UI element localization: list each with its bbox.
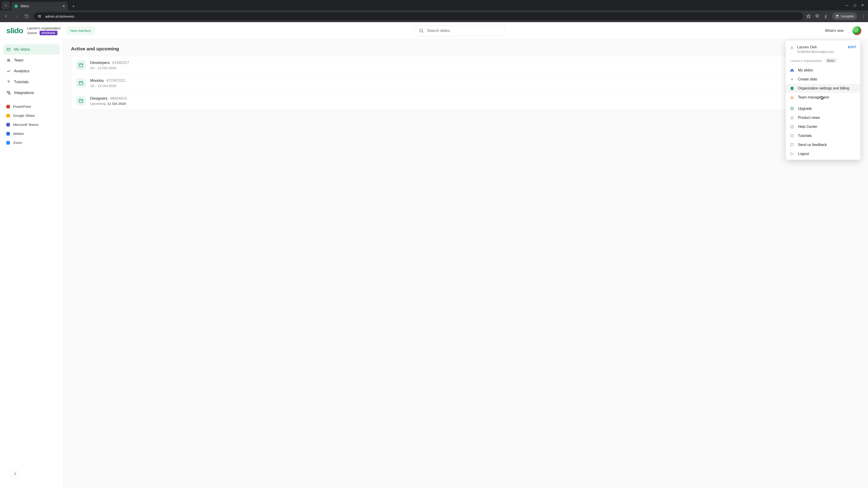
- event-row[interactable]: Developers #148032710 – 13 Oct 2024: [71, 56, 860, 74]
- user-menu-logout[interactable]: Logout: [786, 149, 860, 158]
- menu-org-name: Lauren's organization: [790, 59, 822, 63]
- main-content: Active and upcoming Developers #14803271…: [63, 39, 868, 488]
- svg-point-34: [792, 96, 794, 98]
- sidebar-integration-webex[interactable]: Webex: [3, 129, 60, 138]
- svg-point-25: [791, 46, 793, 48]
- avatar-button[interactable]: [852, 26, 862, 35]
- incognito-indicator[interactable]: Incognito: [832, 12, 857, 20]
- sidebar-item-my-slidos[interactable]: My slidos: [3, 44, 60, 55]
- user-menu-my-slidos[interactable]: My slidos: [786, 66, 860, 75]
- browser-menu-button[interactable]: ⋮: [861, 13, 866, 19]
- whats-new-link[interactable]: What's new: [825, 29, 844, 33]
- event-row[interactable]: Moodoy #3786702110 – 13 Oct 2024: [71, 74, 860, 92]
- menu-item-icon: [790, 116, 794, 120]
- window-controls: — ▢ ✕: [841, 0, 868, 10]
- svg-rect-29: [791, 88, 792, 88]
- svg-point-9: [8, 59, 9, 60]
- user-menu-help-center[interactable]: Help Center: [786, 122, 860, 131]
- integration-icon: [6, 114, 10, 118]
- menu-item-icon: [790, 134, 794, 138]
- new-interface-pill[interactable]: New interface: [67, 27, 94, 34]
- window-close-button[interactable]: ✕: [861, 3, 864, 7]
- event-row[interactable]: Designers #8664816Upcoming: 11 Oct 2024: [71, 92, 860, 109]
- bookmark-button[interactable]: [806, 14, 811, 19]
- browser-toolbar: admin.sli.do/events Incognito ⋮: [0, 10, 868, 22]
- edit-profile-link[interactable]: EDIT: [848, 45, 856, 49]
- search-icon: [419, 28, 424, 33]
- svg-line-6: [422, 32, 423, 33]
- svg-rect-32: [793, 88, 793, 89]
- event-code: #8664816: [110, 96, 127, 101]
- integration-label: Google Slides: [13, 113, 35, 118]
- menu-item-icon: [790, 86, 794, 90]
- back-button[interactable]: [2, 13, 9, 20]
- address-bar[interactable]: admin.sli.do/events: [33, 12, 803, 20]
- event-title: Moodoy: [90, 78, 104, 83]
- new-tab-button[interactable]: ＋: [70, 3, 77, 9]
- menu-item-label: Product news: [798, 116, 820, 120]
- browser-tab[interactable]: s Slidos ✕: [11, 2, 68, 10]
- help-button[interactable]: ?: [10, 470, 20, 479]
- user-menu-create-slido[interactable]: Create slido: [786, 75, 860, 84]
- user-menu-product-news[interactable]: Product news: [786, 113, 860, 122]
- downloads-button[interactable]: [824, 14, 828, 19]
- user-menu-team-management[interactable]: Team management: [786, 93, 860, 102]
- event-title: Developers: [90, 61, 110, 65]
- sidebar-item-integrations[interactable]: Integrations: [3, 88, 60, 98]
- window-minimize-button[interactable]: —: [845, 3, 848, 7]
- sidebar-item-label: Team: [14, 58, 24, 63]
- integration-icon: [6, 105, 10, 108]
- app-logo[interactable]: slido: [6, 26, 23, 35]
- extensions-button[interactable]: [815, 14, 819, 19]
- menu-item-label: My slidos: [798, 68, 813, 72]
- tab-search-button[interactable]: [2, 1, 10, 9]
- tab-close-button[interactable]: ✕: [62, 4, 65, 8]
- menu-item-label: Help Center: [798, 125, 817, 129]
- menu-item-icon: [790, 125, 794, 129]
- window-maximize-button[interactable]: ▢: [853, 3, 856, 7]
- menu-item-label: Logout: [798, 152, 809, 156]
- event-date: Upcoming: 11 Oct 2024: [90, 102, 127, 105]
- svg-rect-30: [793, 88, 793, 88]
- svg-rect-13: [79, 64, 83, 67]
- plan-badge: Basic: [825, 58, 837, 63]
- integration-icon: [6, 123, 10, 127]
- sidebar-integration-google-slides[interactable]: Google Slides: [3, 111, 60, 120]
- incognito-label: Incognito: [841, 14, 854, 18]
- sidebar-item-team[interactable]: Team: [3, 55, 60, 66]
- user-menu-organization-settings-and-billing[interactable]: Organization settings and billing: [786, 84, 860, 93]
- user-menu: Lauren Deli 31860d42@moodjoy.com EDIT La…: [786, 40, 860, 160]
- upgrade-badge[interactable]: UPGRADE: [39, 31, 57, 35]
- org-role: Owner: [27, 31, 37, 35]
- svg-rect-31: [791, 88, 792, 89]
- sidebar-item-label: My slidos: [14, 47, 30, 52]
- sidebar-item-label: Tutorials: [14, 80, 29, 84]
- sidebar-item-tutorials[interactable]: Tutorials: [3, 77, 60, 87]
- user-menu-send-us-feedback[interactable]: Send us feedback: [786, 140, 860, 149]
- user-menu-upgrade[interactable]: Upgrade: [786, 104, 860, 113]
- app-header: slido Lauren's organization Owner UPGRAD…: [0, 22, 868, 39]
- user-name: Lauren Deli: [797, 45, 845, 50]
- integration-icon: [6, 141, 10, 144]
- menu-item-label: Create slido: [798, 77, 817, 81]
- menu-item-label: Upgrade: [798, 107, 812, 111]
- org-switcher[interactable]: Lauren's organization Owner UPGRADE: [27, 26, 61, 35]
- svg-marker-4: [807, 14, 811, 18]
- event-code: #37867021: [106, 78, 125, 83]
- menu-item-icon: [790, 95, 794, 99]
- user-menu-tutorials[interactable]: Tutorials: [786, 131, 860, 140]
- menu-item-label: Tutorials: [798, 134, 812, 138]
- svg-rect-12: [9, 93, 10, 94]
- search-input[interactable]: Search slidos: [414, 25, 505, 36]
- sidebar-integration-powerpoint[interactable]: PowerPoint: [3, 102, 60, 111]
- forward-button[interactable]: [13, 13, 20, 20]
- svg-point-10: [9, 60, 10, 60]
- user-email: 31860d42@moodjoy.com: [797, 50, 845, 54]
- event-list: Developers #148032710 – 13 Oct 2024Moodo…: [71, 56, 860, 110]
- sidebar-integration-zoom[interactable]: Zoom: [3, 138, 60, 147]
- site-info-button[interactable]: [37, 13, 42, 19]
- sidebar-integration-microsoft-teams[interactable]: Microsoft Teams: [3, 120, 60, 129]
- sidebar-item-analytics[interactable]: Analytics: [3, 66, 60, 76]
- integration-label: Microsoft Teams: [13, 123, 39, 127]
- reload-button[interactable]: [23, 13, 30, 20]
